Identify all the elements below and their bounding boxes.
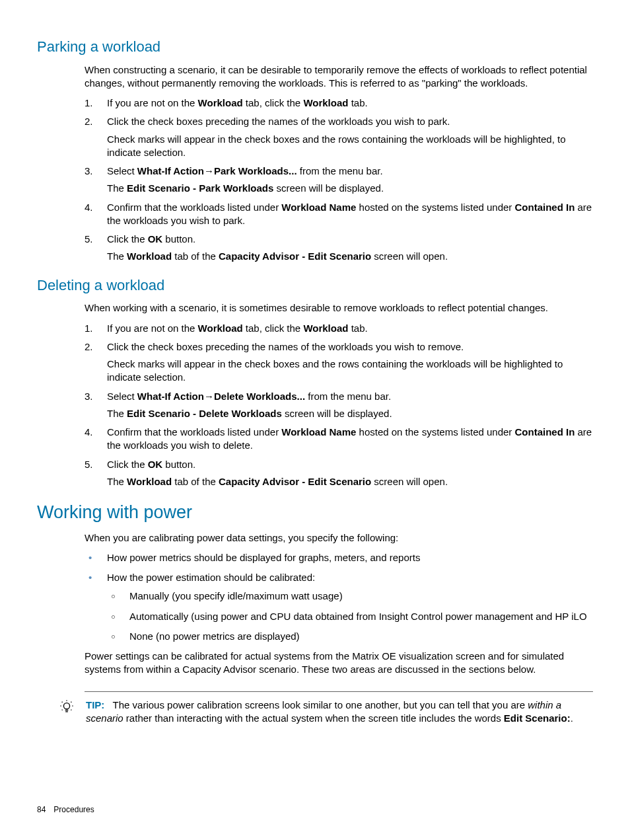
steps-parking: 1. If you are not on the Workload tab, c… bbox=[85, 96, 593, 264]
sub-bullets: Manually (you specify idle/maximum watt … bbox=[107, 590, 593, 643]
svg-line-6 bbox=[62, 709, 63, 710]
separator bbox=[85, 691, 593, 692]
svg-line-3 bbox=[71, 701, 71, 702]
step-1: 1. If you are not on the Workload tab, c… bbox=[85, 96, 593, 110]
svg-point-0 bbox=[63, 703, 69, 708]
para-power-intro: When you are calibrating power data sett… bbox=[85, 531, 593, 545]
bullet-1: How power metrics should be displayed fo… bbox=[85, 551, 593, 564]
footer-section: Procedures bbox=[53, 805, 94, 814]
step-1: 1. If you are not on the Workload tab, c… bbox=[85, 322, 593, 335]
step-2: 2. Click the check boxes preceding the n… bbox=[85, 115, 593, 159]
step-5: 5. Click the OK button. The Workload tab… bbox=[85, 458, 593, 489]
steps-deleting: 1. If you are not on the Workload tab, c… bbox=[85, 322, 593, 489]
heading-deleting-workload: Deleting a workload bbox=[37, 276, 593, 295]
step-4: 4. Confirm that the workloads listed und… bbox=[85, 426, 593, 453]
step-3: 3. Select What-If Action→Park Workloads.… bbox=[85, 165, 593, 196]
step-2: 2. Click the check boxes preceding the n… bbox=[85, 340, 593, 385]
tip-text: TIP: The various power calibration scree… bbox=[86, 699, 593, 726]
bullet-2: How the power estimation should be calib… bbox=[85, 571, 593, 643]
para-power-outro: Power settings can be calibrated for act… bbox=[85, 650, 593, 677]
sub-bullet-3: None (no power metrics are displayed) bbox=[107, 630, 593, 643]
tip-block: TIP: The various power calibration scree… bbox=[59, 699, 593, 726]
svg-line-2 bbox=[62, 701, 63, 702]
tip-label: TIP: bbox=[86, 699, 104, 710]
sub-bullet-2: Automatically (using power and CPU data … bbox=[107, 610, 593, 623]
step-4: 4. Confirm that the workloads listed und… bbox=[85, 201, 593, 228]
step-5: 5. Click the OK button. The Workload tab… bbox=[85, 233, 593, 264]
svg-line-7 bbox=[71, 709, 71, 710]
bullets-power: How power metrics should be displayed fo… bbox=[85, 551, 593, 643]
page-number: 84 bbox=[37, 805, 46, 814]
heading-parking-workload: Parking a workload bbox=[37, 37, 593, 57]
tip-icon bbox=[59, 700, 74, 718]
page-footer: 84Procedures bbox=[37, 804, 94, 815]
heading-working-with-power: Working with power bbox=[37, 500, 593, 524]
para-parking-intro: When constructing a scenario, it can be … bbox=[85, 63, 593, 91]
para-deleting-intro: When working with a scenario, it is some… bbox=[85, 301, 593, 315]
step-3: 3. Select What-If Action→Delete Workload… bbox=[85, 390, 593, 421]
sub-bullet-1: Manually (you specify idle/maximum watt … bbox=[107, 590, 593, 603]
